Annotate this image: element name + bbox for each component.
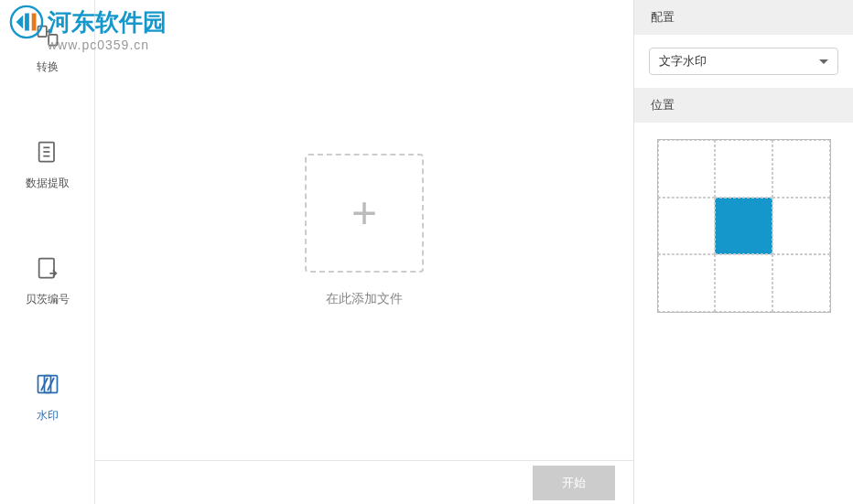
- config-section-body: 文字水印: [634, 35, 853, 88]
- sidebar-item-label: 水印: [37, 408, 59, 424]
- position-grid: [657, 139, 831, 313]
- sidebar-item-watermark[interactable]: 水印: [35, 371, 60, 424]
- app-container: 转换 数据提取 贝茨编号: [0, 0, 853, 504]
- watermark-icon: [35, 371, 60, 397]
- add-file-box[interactable]: +: [305, 154, 424, 273]
- position-cell-middle-center[interactable]: [715, 198, 772, 255]
- position-cell-top-right[interactable]: [772, 140, 830, 198]
- sidebar-item-convert[interactable]: 转换: [35, 23, 60, 75]
- position-cell-bottom-center[interactable]: [715, 254, 772, 312]
- extract-icon: [35, 139, 60, 165]
- sidebar: 转换 数据提取 贝茨编号: [0, 0, 95, 504]
- watermark-type-dropdown[interactable]: 文字水印: [649, 48, 838, 75]
- svg-rect-9: [38, 259, 53, 278]
- position-cell-bottom-left[interactable]: [658, 254, 716, 312]
- config-section-header: 配置: [634, 0, 853, 35]
- drop-zone-text: 在此添加文件: [326, 291, 403, 307]
- position-cell-top-center[interactable]: [715, 140, 772, 198]
- sidebar-item-extract[interactable]: 数据提取: [26, 139, 70, 191]
- sidebar-item-label: 转换: [37, 59, 59, 75]
- svg-rect-4: [49, 35, 57, 46]
- sidebar-item-label: 贝茨编号: [26, 292, 70, 307]
- svg-rect-3: [38, 27, 46, 38]
- position-section-header: 位置: [634, 88, 853, 123]
- right-panel: 配置 文字水印 位置: [633, 0, 853, 504]
- start-button[interactable]: 开始: [533, 466, 615, 500]
- dropdown-selected-text: 文字水印: [659, 53, 707, 70]
- position-cell-bottom-right[interactable]: [772, 254, 830, 312]
- bates-icon: [35, 255, 60, 281]
- drop-zone[interactable]: + 在此添加文件: [95, 0, 633, 460]
- bottom-bar: 开始: [95, 460, 633, 504]
- position-section-body: [634, 123, 853, 504]
- chevron-down-icon: [819, 59, 828, 64]
- main-content: + 在此添加文件 开始: [95, 0, 633, 504]
- convert-icon: [35, 23, 60, 48]
- plus-icon: +: [351, 188, 377, 238]
- position-cell-top-left[interactable]: [658, 140, 716, 198]
- position-cell-middle-right[interactable]: [772, 198, 830, 255]
- sidebar-item-bates[interactable]: 贝茨编号: [26, 255, 70, 307]
- sidebar-item-label: 数据提取: [26, 176, 70, 191]
- position-cell-middle-left[interactable]: [658, 198, 716, 255]
